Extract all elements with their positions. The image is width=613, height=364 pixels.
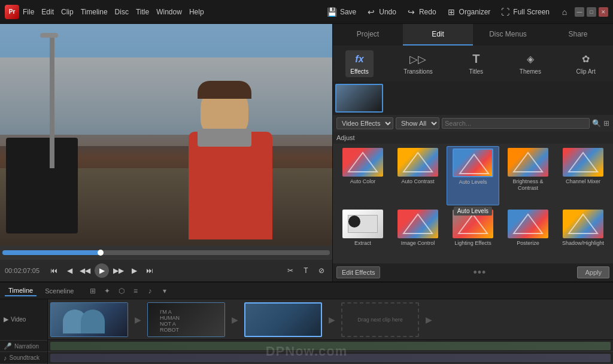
effect-posterize[interactable]: Posterize [502,208,554,261]
tab-timeline[interactable]: Timeline [5,286,37,296]
video-preview [0,24,332,245]
narration-track-content [50,342,611,350]
subtab-themes[interactable]: ◈ Themes [515,50,546,77]
smart-tags-button[interactable]: ✦ [102,286,113,296]
play-button[interactable]: ▶ [95,263,109,278]
more-options-indicator: • • • [473,266,484,279]
bottom-panel: Timeline Sceneline ⊞ ✦ ⬡ ≡ ♪ ▾ ▶ Video 🎤… [0,281,613,364]
undo-button[interactable]: ↩ Undo [366,7,396,17]
subtab-clipart[interactable]: ✿ Clip Art [571,50,600,77]
menu-timeline[interactable]: Timeline [81,8,108,16]
maximize-button[interactable]: □ [587,7,596,17]
menu-file[interactable]: File [23,8,34,16]
track-clip-2[interactable]: I'M AHUMANNOT AROBOT [147,302,225,337]
step-back-button[interactable]: ◀ [63,265,75,277]
subtab-titles[interactable]: T Titles [463,50,489,77]
effect-lighting-effects[interactable]: Lighting Effects [447,208,499,261]
effects-label: Effects [350,68,368,75]
effect-image-control[interactable]: Image Control [392,208,444,261]
effect-type-select[interactable]: Video Effects [336,117,393,129]
clipart-icon: ✿ [578,53,594,66]
save-button[interactable]: 💾 Save [327,7,356,17]
adjust-section-label: Adjust [333,132,613,144]
instant-movie-button[interactable]: ⬡ [116,286,127,296]
timeline-scrubber[interactable] [0,245,332,260]
effect-thumb-channel-mixer [563,148,603,177]
effect-shadow-highlight[interactable]: Shadow/Highlight [557,208,609,261]
audio-button[interactable]: ♪ [145,286,156,296]
menu-title[interactable]: Title [136,8,149,16]
playback-right: ✂ T ⊘ [284,265,327,277]
filter-bar: Video Effects Show All 🔍 ⊞ [333,115,613,132]
tab-sceneline[interactable]: Sceneline [41,286,77,296]
more-options-button[interactable]: ▾ [159,286,170,296]
effect-extract[interactable]: Extract [336,208,389,261]
timeline-view-button[interactable]: ≡ [131,286,141,296]
small-tracks [48,340,613,364]
search-input[interactable] [442,118,590,129]
organizer-icon: ⊞ [446,7,457,17]
track-clip-1[interactable] [50,302,128,337]
menu-edit[interactable]: Edit [41,8,54,16]
effect-label-auto-levels: Auto Levels [459,179,487,186]
menu-disc[interactable]: Disc [115,8,129,16]
add-media-button[interactable]: ⊞ [87,286,98,296]
tab-project[interactable]: Project [333,24,403,46]
track-labels: ▶ Video 🎤 Narration ♪ Soundtrack [0,299,48,364]
close-button[interactable]: ✕ [599,7,608,17]
show-select[interactable]: Show All [396,117,439,129]
tab-share[interactable]: Share [543,24,613,46]
text-tool-button[interactable]: T [300,265,312,277]
svg-marker-3 [514,153,542,172]
svg-marker-1 [403,153,432,172]
effect-label-auto-color: Auto Color [350,178,376,185]
track-clip-empty[interactable]: Drag next clip here [341,302,419,337]
transitions-icon: ▷▷ [409,53,426,66]
preview-thumb[interactable] [335,84,383,113]
effect-auto-color[interactable]: Auto Color [336,146,389,205]
effect-auto-contrast[interactable]: Auto Contrast [392,146,444,205]
effect-thumb-posterize [508,210,548,238]
grid-view-icon[interactable]: ⊞ [603,119,609,128]
svg-marker-4 [569,153,597,172]
apply-button[interactable]: Apply [577,266,609,278]
playback-controls: 00:02:07:05 ⏮ ◀ ◀◀ ▶ ▶▶ ▶ ⏭ ✂ T ⊘ [0,260,332,281]
minimize-button[interactable]: — [575,7,584,17]
home-icon: ⌂ [559,7,570,17]
scrubber-handle[interactable] [98,250,104,256]
effect-brightness-contrast[interactable]: Brightness & Contrast [502,146,554,205]
fast-forward-button[interactable]: ▶▶ [113,265,125,277]
effect-auto-levels[interactable]: Auto Levels Auto Levels [447,146,499,205]
tab-disc-menus[interactable]: Disc Menus [473,24,543,46]
effect-channel-mixer[interactable]: Channel Mixer [557,146,609,205]
subtab-transitions[interactable]: ▷▷ Transitions [399,50,438,77]
narration-icon: 🎤 [4,342,12,350]
track-clip-3[interactable] [244,302,322,337]
arrow-connector-4: ▶ [421,302,436,337]
subtab-effects[interactable]: fx Effects [345,50,373,77]
tab-edit[interactable]: Edit [403,24,473,46]
search-icon[interactable]: 🔍 [592,119,601,128]
home-button[interactable]: ⌂ [559,7,570,17]
step-forward-button[interactable]: ▶ [128,265,140,277]
go-to-start-button[interactable]: ⏮ [48,265,60,277]
effect-thumb-brightness [508,148,548,177]
edit-effects-button[interactable]: Edit Effects [336,266,380,278]
effects-icon: fx [351,53,368,66]
smart-trim-button[interactable]: ⊘ [315,265,327,277]
fullscreen-button[interactable]: ⛶ Full Screen [500,7,550,17]
organizer-button[interactable]: ⊞ Organizer [446,7,491,17]
scrubber-bar[interactable] [2,250,330,255]
redo-button[interactable]: ↪ Redo [406,7,436,17]
menu-clip[interactable]: Clip [61,8,74,16]
split-button[interactable]: ✂ [284,265,296,277]
menu-window[interactable]: Window [156,8,182,16]
menu-bar: File Edit Clip Timeline Disc Title Windo… [23,8,327,16]
effect-label-shadow: Shadow/Highlight [562,240,604,247]
narration-track-label: 🎤 Narration [0,341,47,353]
go-to-end-button[interactable]: ⏭ [144,265,156,277]
app-icon: Pr [5,5,19,19]
rewind-button[interactable]: ◀◀ [79,265,91,277]
transitions-label: Transitions [403,68,433,75]
menu-help[interactable]: Help [189,8,204,16]
